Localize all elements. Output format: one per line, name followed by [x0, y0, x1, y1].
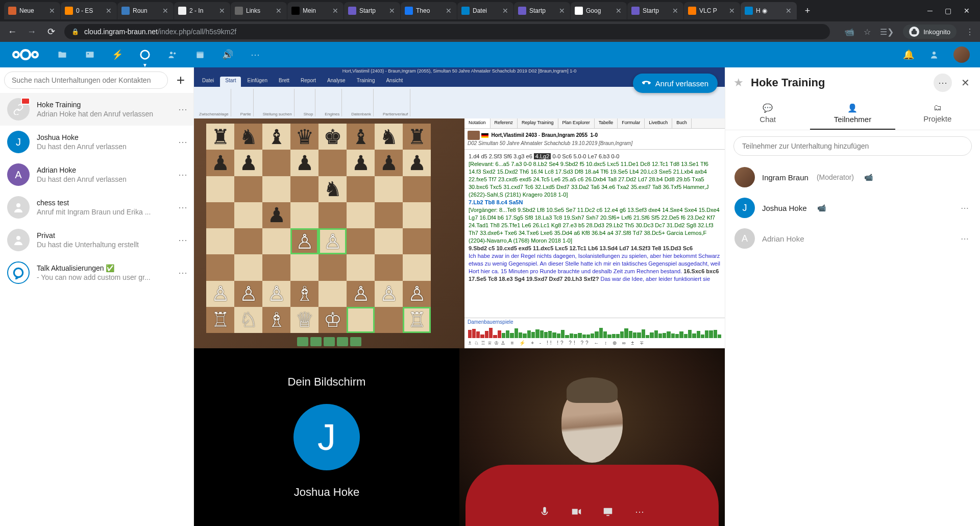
window-minimize[interactable]: ─ [927, 7, 933, 15]
browser-tab[interactable]: Roun ✕ [117, 2, 174, 19]
contacts-icon[interactable] [166, 49, 179, 61]
conversation-more-icon[interactable]: ⋯ [176, 134, 189, 150]
conversation-more-icon[interactable]: ⋯ [176, 102, 189, 117]
chess-nav-last[interactable] [350, 337, 361, 346]
notifications-icon[interactable]: 🔔 [902, 49, 915, 61]
tab-close-icon[interactable]: ✕ [728, 7, 736, 15]
conversation-item[interactable]: Talk Aktualisierungen ✅ - You can now ad… [0, 256, 193, 289]
tab-close-icon[interactable]: ✕ [218, 7, 226, 15]
participant-item[interactable]: A Adrian Hoke ⋯ [729, 223, 976, 254]
gallery-icon[interactable] [84, 49, 96, 61]
video-button[interactable] [566, 501, 586, 522]
favorite-star-icon[interactable]: ★ [733, 76, 744, 89]
browser-tab[interactable]: 2 - In ✕ [174, 2, 230, 19]
calendar-icon[interactable] [194, 49, 206, 61]
url-field[interactable]: 🔒 cloud.ingram-braun.net/index.php/call/… [64, 24, 830, 39]
files-icon[interactable] [56, 49, 68, 61]
participant-more-icon[interactable]: ⋯ [959, 201, 971, 215]
call-more-button[interactable]: ⋯ [629, 501, 650, 522]
sidebar-tab-projekte[interactable]: 🗂Projekte [895, 98, 980, 130]
tab-close-icon[interactable]: ✕ [48, 7, 56, 15]
add-participant-input[interactable] [733, 136, 972, 156]
tab-close-icon[interactable]: ✕ [501, 7, 509, 15]
sidebar-tab-chat[interactable]: 💬Chat [725, 98, 810, 130]
participant-more-icon[interactable]: ⋯ [959, 232, 971, 246]
bookmark-star-icon[interactable]: ☆ [864, 27, 871, 37]
ribbon-tab[interactable]: Brett [274, 77, 295, 87]
screenshare-button[interactable] [598, 501, 618, 522]
conversation-item[interactable]: chess test Anruf mit Ingram Braun und Er… [0, 191, 193, 224]
browser-tab[interactable]: Mein ✕ [287, 2, 344, 19]
new-conversation-button[interactable]: + [172, 71, 189, 89]
ribbon-tab[interactable]: Einfügen [242, 77, 272, 87]
browser-tab[interactable]: Links ✕ [231, 2, 287, 19]
conversation-more-icon[interactable]: ⋯ [176, 167, 189, 182]
camera-icon[interactable]: 📹 [844, 27, 854, 37]
participant-item[interactable]: Ingram Braun (Moderator) 📹 [729, 162, 976, 193]
notation-tab[interactable]: LiveBuch [645, 118, 672, 128]
notation-moves[interactable]: 1.d4 d5 2.Sf3 Sf6 3.g3 e6 4.Lg2 0-0 Sc6 … [464, 150, 725, 318]
ribbon-tab[interactable]: Report [296, 77, 321, 87]
chess-nav-play[interactable] [324, 337, 335, 346]
tab-close-icon[interactable]: ✕ [785, 7, 793, 15]
more-apps-icon[interactable]: ⋯ [249, 49, 261, 61]
tab-close-icon[interactable]: ✕ [331, 7, 339, 15]
video-tile-webcam[interactable]: ⋯ [459, 348, 725, 526]
mute-button[interactable] [534, 501, 555, 522]
talk-icon[interactable]: ▼ [139, 49, 151, 61]
conversation-more-icon[interactable]: ⋯ [176, 200, 189, 215]
browser-tab[interactable]: VLC P ✕ [684, 2, 740, 19]
conversation-menu-button[interactable]: ⋯ [934, 74, 952, 92]
tab-close-icon[interactable]: ✕ [388, 7, 396, 15]
ribbon-tab[interactable]: Analyse [322, 77, 351, 87]
conversation-more-icon[interactable]: ⋯ [176, 265, 189, 280]
browser-tab[interactable]: Goog ✕ [571, 2, 627, 19]
browser-tab[interactable]: Neue ✕ [4, 2, 60, 19]
browser-menu-icon[interactable]: ⋮ [966, 27, 974, 37]
participant-item[interactable]: J Joshua Hoke 📹 ⋯ [729, 193, 976, 223]
tab-close-icon[interactable]: ✕ [615, 7, 623, 15]
notation-tab[interactable]: Formular [618, 118, 645, 128]
ribbon-tab[interactable]: Start [220, 77, 241, 87]
notation-tab[interactable]: Tabelle [595, 118, 618, 128]
tab-close-icon[interactable]: ✕ [445, 7, 453, 15]
browser-tab[interactable]: Startp ✕ [344, 2, 400, 19]
chess-nav-next[interactable] [337, 337, 348, 346]
tab-close-icon[interactable]: ✕ [558, 7, 566, 15]
notation-tab[interactable]: Notation [464, 118, 491, 128]
browser-tab[interactable]: Startp ✕ [627, 2, 683, 19]
nav-back[interactable]: ← [6, 26, 18, 38]
reading-list-icon[interactable]: ☰❯ [880, 27, 894, 37]
browser-tab[interactable]: H ◉ ✕ [741, 2, 797, 19]
browser-tab[interactable]: Datei ✕ [457, 2, 513, 19]
notation-tab[interactable]: Buch [672, 118, 692, 128]
window-close[interactable]: ✕ [964, 7, 970, 15]
tab-close-icon[interactable]: ✕ [275, 7, 283, 15]
contacts-menu-icon[interactable] [928, 49, 940, 61]
notation-tab[interactable]: Referenz [491, 118, 518, 128]
ribbon-tab[interactable]: Ansicht [381, 77, 408, 87]
volume-icon[interactable]: 🔊 [222, 49, 234, 61]
ribbon-tab[interactable]: Datei [197, 77, 219, 87]
conversation-item[interactable]: J Joshua Hoke Du hast den Anruf verlasse… [0, 126, 193, 158]
browser-tab[interactable]: 0 - ES ✕ [61, 2, 117, 19]
nextcloud-logo[interactable] [10, 47, 41, 62]
window-maximize[interactable]: ▢ [945, 7, 951, 15]
conversation-item[interactable]: Privat Du hast die Unterhaltung erstellt… [0, 224, 193, 256]
browser-tab[interactable]: Startp ✕ [514, 2, 570, 19]
user-avatar[interactable] [953, 46, 970, 63]
search-input[interactable] [4, 71, 168, 89]
tab-close-icon[interactable]: ✕ [105, 7, 113, 15]
notation-tab[interactable]: Plan Explorer [558, 118, 595, 128]
sidebar-tab-teilnehmer[interactable]: 👤Teilnehmer [810, 98, 895, 130]
ribbon-tab[interactable]: Training [352, 77, 380, 87]
conversation-more-icon[interactable]: ⋯ [176, 232, 189, 248]
tab-close-icon[interactable]: ✕ [671, 7, 679, 15]
nav-forward[interactable]: → [26, 26, 38, 38]
new-tab-button[interactable]: + [800, 4, 815, 18]
conversation-item[interactable]: Hoke Training Adrian Hoke hat den Anruf … [0, 93, 193, 126]
tab-close-icon[interactable]: ✕ [161, 7, 169, 15]
video-tile-own-screen[interactable]: Dein Bildschirm J Joshua Hoke [194, 348, 459, 526]
chess-nav-first[interactable] [297, 337, 308, 346]
chess-nav-prev[interactable] [310, 337, 322, 346]
